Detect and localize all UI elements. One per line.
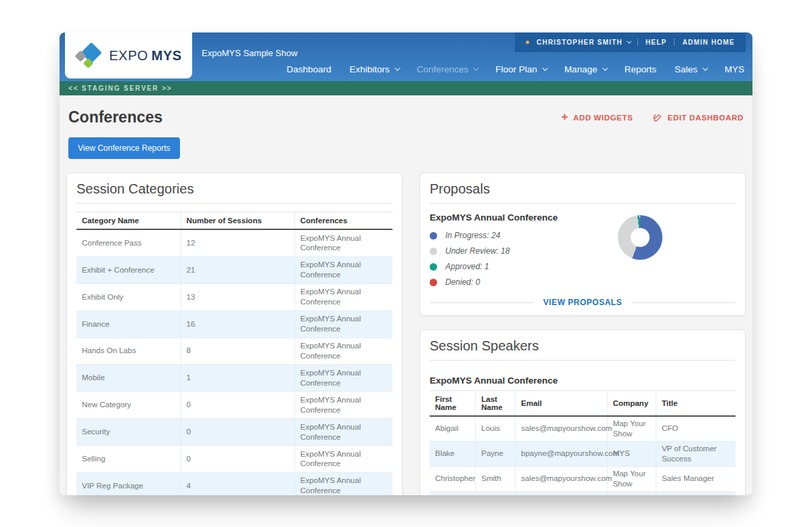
table-row: BlakePaynebpayne@mapyourshow.comMYSVP of… — [430, 441, 736, 466]
table-cell: ExpoMYS Annual Conference — [294, 283, 392, 311]
expo-mys-diamond-icon — [75, 42, 102, 69]
edit-dashboard-button[interactable]: EDIT DASHBOARD — [653, 113, 744, 122]
legend-label: Under Review: 18 — [445, 246, 510, 256]
table-row: Exhibit + Conference21ExpoMYS Annual Con… — [76, 256, 392, 283]
column-header: Company — [607, 391, 656, 417]
session-categories-table: Category NameNumber of SessionsConferenc… — [76, 212, 392, 495]
table-cell: Glatfelter — [476, 491, 516, 495]
nav-item-dashboard[interactable]: Dashboard — [286, 64, 331, 74]
main-nav: Dashboard Exhibitors Conferences Floor P… — [286, 64, 744, 74]
divider — [430, 302, 534, 303]
column-header: Title — [656, 391, 736, 417]
nav-item-floor-plan[interactable]: Floor Plan — [495, 64, 546, 74]
legend-label: Denied: 0 — [445, 277, 480, 287]
column-header: Conferences — [294, 212, 392, 230]
legend-item: Denied: 0 — [430, 277, 618, 287]
show-name-label: ExpoMYS Sample Show — [202, 48, 298, 58]
table-row: ChristopherSmithsales@mapyourshow.comMap… — [430, 466, 736, 491]
table-cell: Map Your Show — [607, 466, 656, 491]
legend-dot-icon — [430, 248, 437, 255]
staging-server-label: << STAGING SERVER >> — [68, 85, 172, 92]
table-cell: Mobile — [76, 365, 181, 392]
session-speakers-widget: Session Speakers ExpoMYS Annual Conferen… — [420, 329, 746, 495]
widget-title: Session Speakers — [430, 338, 736, 361]
table-cell: ExpoMYS Annual Conference — [294, 311, 392, 338]
chevron-down-icon — [542, 65, 547, 70]
table-cell: Payne — [476, 441, 516, 466]
table-row: Selling0ExpoMYS Annual Conference — [76, 446, 392, 473]
proposals-legend: In Progress: 24Under Review: 18Approved:… — [430, 231, 618, 287]
table-cell: Abigail — [430, 416, 476, 441]
legend-item: Approved: 1 — [430, 262, 618, 271]
view-proposals-link[interactable]: VIEW PROPOSALS — [543, 298, 622, 307]
help-link[interactable]: HELP — [646, 39, 667, 46]
table-cell: 8 — [181, 338, 294, 365]
table-cell: ExpoMYS Annual Conference — [294, 419, 392, 446]
table-cell: Security — [76, 419, 181, 446]
nav-item-exhibitors[interactable]: Exhibitors — [350, 64, 399, 74]
legend-dot-icon — [430, 232, 437, 239]
column-header: Category Name — [76, 212, 181, 230]
table-cell: 16 — [181, 311, 294, 338]
nav-item-mys[interactable]: MYS — [725, 64, 744, 74]
legend-item: Under Review: 18 — [430, 246, 618, 256]
table-cell: 0 — [181, 392, 294, 419]
nav-item-conferences[interactable]: Conferences — [417, 64, 478, 74]
table-cell: MYS — [607, 441, 656, 466]
page-title: Conferences — [68, 108, 162, 127]
chevron-down-icon — [627, 39, 631, 44]
table-row: Mobile1ExpoMYS Annual Conference — [76, 365, 392, 392]
user-menu[interactable]: CHRISTOPHER SMITH — [537, 39, 630, 46]
top-header: EXPOMYS ExpoMYS Sample Show CHRISTOPHER … — [60, 32, 752, 81]
dashboard-content: Conferences + ADD WIDGETS EDIT DASHBOARD — [60, 95, 752, 495]
divider — [674, 39, 675, 46]
table-row: BrettGlatfelterbrett@mapyourshow.comMap … — [430, 491, 736, 495]
user-name-label: CHRISTOPHER SMITH — [537, 39, 623, 46]
legend-label: Approved: 1 — [445, 262, 489, 271]
nav-item-reports[interactable]: Reports — [625, 64, 656, 74]
table-row: Conference Pass12ExpoMYS Annual Conferen… — [76, 229, 392, 256]
chevron-down-icon — [394, 65, 400, 70]
table-cell: 12 — [181, 229, 294, 256]
session-speakers-table: First NameLast NameEmailCompanyTitleAbig… — [430, 390, 736, 495]
divider — [631, 302, 736, 303]
user-utility-bar: CHRISTOPHER SMITH HELP ADMIN HOME — [515, 32, 746, 52]
table-cell: ExpoMYS Annual Conference — [294, 365, 392, 392]
legend-dot-icon — [430, 263, 437, 271]
table-cell: 0 — [181, 446, 294, 473]
proposals-widget: Proposals ExpoMYS Annual Conference In P… — [420, 173, 746, 316]
table-cell: Hands On Labs — [76, 338, 181, 365]
table-cell: ExpoMYS Annual Conference — [294, 229, 392, 256]
nav-item-manage[interactable]: Manage — [564, 64, 606, 74]
table-row: AbigailLouissales@mapyourshow.comMap You… — [430, 416, 736, 441]
add-widgets-button[interactable]: + ADD WIDGETS — [562, 114, 633, 122]
table-cell: Conference Pass — [76, 229, 181, 256]
table-row: Security0ExpoMYS Annual Conference — [76, 419, 392, 446]
nav-item-sales[interactable]: Sales — [675, 64, 706, 74]
table-cell: Map Your Show — [607, 416, 656, 441]
table-cell: VIP Reg Package — [76, 472, 181, 495]
table-cell: ExpoMYS Annual Conference — [294, 472, 392, 495]
table-cell: 4 — [181, 472, 294, 495]
table-header-row: First NameLast NameEmailCompanyTitle — [430, 391, 736, 417]
brand-logo[interactable]: EXPOMYS — [65, 32, 192, 78]
table-row: Hands On Labs8ExpoMYS Annual Conference — [76, 338, 392, 365]
divider — [637, 39, 638, 46]
table-cell: ExpoMYS Annual Conference — [294, 392, 392, 419]
table-header-row: Category NameNumber of SessionsConferenc… — [76, 212, 392, 230]
column-header: Number of Sessions — [181, 212, 294, 230]
admin-home-link[interactable]: ADMIN HOME — [682, 39, 735, 46]
legend-item: In Progress: 24 — [430, 231, 618, 240]
widget-title: Session Categories — [76, 181, 392, 204]
status-dot-icon — [526, 41, 529, 44]
legend-dot-icon — [430, 279, 437, 286]
table-cell: Sales Manager — [656, 466, 736, 491]
table-cell: Christopher — [430, 466, 476, 491]
widget-title: Proposals — [430, 181, 736, 204]
view-conference-reports-button[interactable]: View Conference Reports — [68, 137, 180, 159]
table-row: New Category0ExpoMYS Annual Conference — [76, 392, 392, 419]
table-cell: Smith — [476, 466, 516, 491]
table-cell: Finance — [76, 311, 181, 338]
brand-wordmark: EXPOMYS — [109, 48, 181, 64]
table-cell: CFO — [656, 416, 736, 441]
